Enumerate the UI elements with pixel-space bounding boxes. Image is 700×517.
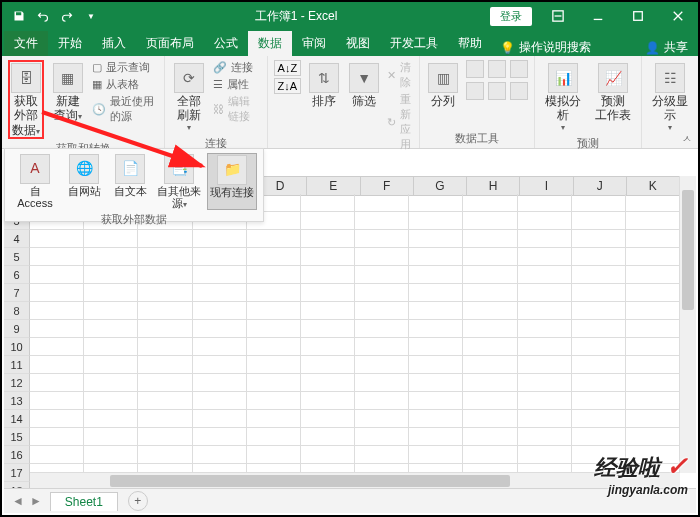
outline-icon: ☷ xyxy=(655,63,685,93)
window-controls xyxy=(538,2,698,30)
row-header[interactable]: 4 xyxy=(4,230,30,248)
lightbulb-icon: 💡 xyxy=(500,41,515,55)
row-header[interactable]: 12 xyxy=(4,374,30,392)
row-header[interactable]: 5 xyxy=(4,248,30,266)
from-web-button[interactable]: 🌐 自网站 xyxy=(63,153,105,210)
scrollbar-thumb[interactable] xyxy=(110,475,510,487)
get-external-data-button[interactable]: 🗄 获取 外部数据▾ xyxy=(8,60,44,139)
undo-icon[interactable] xyxy=(32,5,54,27)
sort-button[interactable]: ⇅ 排序 xyxy=(307,60,341,110)
col-header[interactable]: G xyxy=(414,177,467,195)
excel-window: ▼ 工作簿1 - Excel 登录 文件 开始 插入 页面布局 公式 数据 审阅… xyxy=(0,0,700,517)
tab-home[interactable]: 开始 xyxy=(48,31,92,56)
tab-dev[interactable]: 开发工具 xyxy=(380,31,448,56)
consolidate-icon[interactable] xyxy=(466,82,484,100)
col-header[interactable]: E xyxy=(307,177,360,195)
horizontal-scrollbar[interactable] xyxy=(30,472,680,489)
tab-formulas[interactable]: 公式 xyxy=(204,31,248,56)
tab-layout[interactable]: 页面布局 xyxy=(136,31,204,56)
minimize-icon[interactable] xyxy=(578,2,618,30)
outline-button[interactable]: ☷ 分级显示 ▾ xyxy=(648,60,692,134)
sheet-tab[interactable]: Sheet1 xyxy=(50,492,118,511)
vertical-scrollbar[interactable] xyxy=(679,176,696,473)
remove-dup-icon[interactable] xyxy=(488,60,506,78)
row-header[interactable]: 10 xyxy=(4,338,30,356)
forecast-sheet-button[interactable]: 📈 预测 工作表 xyxy=(591,60,635,125)
save-icon[interactable] xyxy=(8,5,30,27)
row-header[interactable]: 11 xyxy=(4,356,30,374)
quick-access-toolbar: ▼ xyxy=(2,5,102,27)
col-header[interactable]: F xyxy=(361,177,414,195)
group-forecast: 📊 模拟分析 ▾ 📈 预测 工作表 预测 xyxy=(535,56,642,148)
clear-filter[interactable]: ✕ 清除 xyxy=(387,60,413,90)
redo-icon[interactable] xyxy=(56,5,78,27)
maximize-icon[interactable] xyxy=(618,2,658,30)
sort-desc-icon[interactable]: Z↓A xyxy=(274,78,302,94)
close-icon[interactable] xyxy=(658,2,698,30)
row-header[interactable]: 6 xyxy=(4,266,30,284)
reapply-filter[interactable]: ↻ 重新应用 xyxy=(387,92,413,152)
tab-insert[interactable]: 插入 xyxy=(92,31,136,56)
col-header[interactable]: I xyxy=(520,177,573,195)
ribbon-options-icon[interactable] xyxy=(538,2,578,30)
share-button[interactable]: 👤 共享 xyxy=(645,39,688,56)
add-sheet-button[interactable]: + xyxy=(128,491,148,511)
row-header[interactable]: 15 xyxy=(4,428,30,446)
flash-fill-icon[interactable] xyxy=(466,60,484,78)
ribbon-tabs: 文件 开始 插入 页面布局 公式 数据 审阅 视图 开发工具 帮助 💡 操作说明… xyxy=(2,30,698,56)
scrollbar-thumb[interactable] xyxy=(682,190,694,310)
refresh-all-button[interactable]: ⟳ 全部刷新 ▾ xyxy=(171,60,207,134)
tab-view[interactable]: 视图 xyxy=(336,31,380,56)
tab-review[interactable]: 审阅 xyxy=(292,31,336,56)
row-header[interactable]: 7 xyxy=(4,284,30,302)
filter-button[interactable]: ▼ 筛选 xyxy=(347,60,381,110)
group-get-transform: 🗄 获取 外部数据▾ ▦ 新建 查询▾ ▢ 显示查询 ▦ 从表格 🕓 最近使用的… xyxy=(2,56,165,148)
columns-icon: ▥ xyxy=(428,63,458,93)
row-header[interactable]: 17 xyxy=(4,464,30,482)
cells-area[interactable] xyxy=(30,194,680,473)
row-header[interactable]: 16 xyxy=(4,446,30,464)
from-other-button[interactable]: 📑 自其他来源▾ xyxy=(155,153,203,210)
col-header[interactable]: K xyxy=(627,177,680,195)
from-table[interactable]: ▦ 从表格 xyxy=(92,77,159,92)
tab-file[interactable]: 文件 xyxy=(4,31,48,56)
chevron-down-icon: ▾ xyxy=(187,123,191,133)
from-text-button[interactable]: 📄 自文本 xyxy=(109,153,151,210)
existing-connections-button[interactable]: 📁 现有连接 xyxy=(207,153,257,210)
login-button[interactable]: 登录 xyxy=(490,7,532,26)
window-title: 工作簿1 - Excel xyxy=(102,8,490,25)
row-header[interactable]: 13 xyxy=(4,392,30,410)
text-to-columns-button[interactable]: ▥ 分列 xyxy=(426,60,460,110)
next-sheet-icon[interactable]: ► xyxy=(30,494,42,508)
col-header[interactable]: J xyxy=(574,177,627,195)
data-model-icon[interactable] xyxy=(510,82,528,100)
tab-data[interactable]: 数据 xyxy=(248,31,292,56)
what-if-button[interactable]: 📊 模拟分析 ▾ xyxy=(541,60,585,134)
relationships-icon[interactable] xyxy=(488,82,506,100)
connections-item[interactable]: 🔗 连接 xyxy=(213,60,260,75)
qat-dropdown-icon[interactable]: ▼ xyxy=(80,5,102,27)
group-sort-filter: A↓Z Z↓A ⇅ 排序 ▼ 筛选 ✕ 清除 ↻ 重新应用 ▾ 高级 排序和筛选 xyxy=(268,56,420,148)
validation-icon[interactable] xyxy=(510,60,528,78)
properties-item[interactable]: ☰ 属性 xyxy=(213,77,260,92)
row-header[interactable]: 14 xyxy=(4,410,30,428)
collapse-ribbon-icon[interactable]: ㅅ xyxy=(682,132,692,146)
title-bar: ▼ 工作簿1 - Excel 登录 xyxy=(2,2,698,30)
share-icon: 👤 xyxy=(645,41,660,55)
row-header[interactable]: 9 xyxy=(4,320,30,338)
tell-me-search[interactable]: 💡 操作说明搜索 xyxy=(500,39,591,56)
new-query-button[interactable]: ▦ 新建 查询▾ xyxy=(50,60,86,125)
chevron-down-icon: ▾ xyxy=(78,112,82,121)
chevron-down-icon: ▾ xyxy=(668,123,672,133)
sort-asc-icon[interactable]: A↓Z xyxy=(274,60,302,76)
tab-help[interactable]: 帮助 xyxy=(448,31,492,56)
row-header[interactable]: 8 xyxy=(4,302,30,320)
recent-sources[interactable]: 🕓 最近使用的源 xyxy=(92,94,159,124)
other-src-icon: 📑 xyxy=(164,154,194,184)
show-queries[interactable]: ▢ 显示查询 xyxy=(92,60,159,75)
col-header[interactable]: H xyxy=(467,177,520,195)
edit-links-item[interactable]: ⛓ 编辑链接 xyxy=(213,94,260,124)
prev-sheet-icon[interactable]: ◄ xyxy=(12,494,24,508)
from-access-button[interactable]: A 自 Access xyxy=(11,153,59,210)
table-icon: ▦ xyxy=(53,63,83,93)
